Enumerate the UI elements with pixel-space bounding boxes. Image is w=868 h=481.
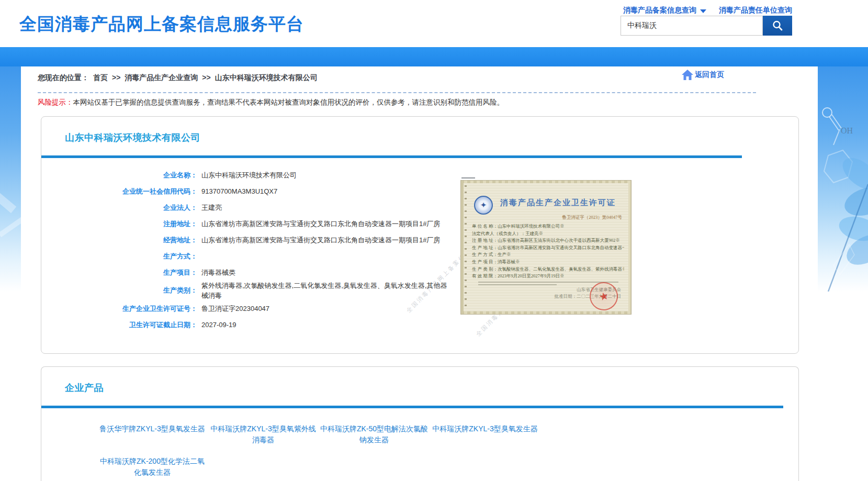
field-label: 注册地址： <box>41 219 197 229</box>
certificate-image: ✦ 消毒产品生产企业卫生许可证 鲁卫消证字（2023）第04047号 单 位 名… <box>461 181 631 314</box>
field-label: 企业名称： <box>41 171 197 180</box>
svg-text:OH: OH <box>841 126 853 135</box>
field-value: 消毒器械类 <box>201 267 235 277</box>
page: 全国消毒产品网上备案信息服务平台 消毒产品备案信息查询 消毒产品责任单位查询 <box>0 0 868 481</box>
breadcrumb-separator: >> <box>202 73 210 83</box>
field-label: 卫生许可证截止日期： <box>41 320 197 330</box>
left-decoration <box>0 66 21 286</box>
field-row-license-expiry: 卫生许可证截止日期： 2027-09-19 <box>41 317 465 333</box>
field-value: 91370700MA3M3U1QX7 <box>201 186 277 196</box>
product-link[interactable]: 中科瑞沃牌ZK-50型电解法次氯酸钠发生器 <box>319 423 430 445</box>
field-value: 鲁卫消证字202304047 <box>201 304 269 314</box>
risk-notice-label: 风险提示： <box>38 98 73 106</box>
field-value: 山东省潍坊市高新区潍安路与宝通街交叉路口东北角自动变速器一期项目1#厂房 <box>201 219 440 229</box>
field-row-production-category: 生产类别： 紫外线消毒器,次氯酸钠发生器,二氧化氯发生器,臭氧发生器、臭氧水发生… <box>41 281 465 300</box>
main-content: 您现在的位置： 首页 >> 消毒产品生产企业查询 >> 山东中科瑞沃环境技术有限… <box>21 66 818 481</box>
product-link[interactable]: 中科瑞沃牌ZKYL-3型臭氧发生器 <box>430 423 540 445</box>
certificate-binding-holes <box>465 185 467 309</box>
company-card-title: 山东中科瑞沃环境技术有限公司 <box>65 131 200 144</box>
certificate-line: 生 产 方 式：生产※ <box>472 251 624 259</box>
field-label: 企业法人： <box>41 203 197 212</box>
field-row-company-name: 企业名称： 山东中科瑞沃环境技术有限公司 <box>41 167 465 183</box>
search-input[interactable] <box>621 16 763 36</box>
breadcrumb: 您现在的位置： 首页 >> 消毒产品生产企业查询 >> 山东中科瑞沃环境技术有限… <box>38 73 318 83</box>
field-row-production-project: 生产项目： 消毒器械类 <box>41 264 465 281</box>
field-value: 2027-09-19 <box>201 320 236 330</box>
certificate-number: 鲁卫消证字（2023）第04047号 <box>562 215 622 221</box>
risk-notice: 风险提示：本网站仅基于已掌握的信息提供查询服务，查询结果不代表本网站对被查询对象… <box>38 98 504 107</box>
dash-mark <box>461 177 475 178</box>
card-divider <box>41 155 742 158</box>
certificate-body: ✦ 消毒产品生产企业卫生许可证 鲁卫消证字（2023）第04047号 单 位 名… <box>464 183 628 311</box>
breadcrumb-home-link[interactable]: 首页 <box>93 73 108 83</box>
search-icon <box>771 19 784 32</box>
certificate-line: 生 产 项 目：消毒器械※ <box>472 259 624 266</box>
field-row-legal-person: 企业法人： 王建亮 <box>41 199 465 216</box>
certificate-line: 注 册 地 址：山东省潍坊高新区玉清东街以北中心次干道以西高新大厦902※ <box>472 237 624 244</box>
search-bar <box>621 16 792 36</box>
breadcrumb-section-link[interactable]: 消毒产品生产企业查询 <box>125 73 198 83</box>
field-label: 生产企业卫生许可证号： <box>41 304 197 314</box>
top-banner <box>0 47 868 66</box>
field-label: 生产项目： <box>41 268 197 277</box>
field-label: 企业统一社会信用代码： <box>41 187 197 196</box>
back-home-link[interactable]: 返回首页 <box>681 69 724 81</box>
products-card-title: 企业产品 <box>65 382 104 394</box>
field-row-credit-code: 企业统一社会信用代码： 91370700MA3M3U1QX7 <box>41 183 465 199</box>
chevron-down-icon <box>700 9 706 13</box>
home-icon <box>681 69 694 81</box>
certificate-line: 生 产 类 别：次氯酸钠发生器、二氧化氯发生器、臭氧发生器、紫外线消毒器※ <box>472 266 624 273</box>
certificate-lines: 单 位 名 称：山东中科瑞沃环境技术有限公司※ 法定代表人（或负责人）：王建亮※… <box>472 223 624 285</box>
certificate-line: 生 产 地 址：山东省潍坊市高新区潍安路与宝通街交叉路口东北角自动变速器一期项目… <box>472 244 624 252</box>
field-value: 山东省潍坊市高新区潍安路与宝通街交叉路口东北角自动变速器一期项目1#厂房 <box>201 235 440 245</box>
field-label: 生产方式： <box>41 252 197 261</box>
certificate-line: 法定代表人（或负责人）：王建亮※ <box>472 230 624 238</box>
breadcrumb-label: 您现在的位置： <box>38 73 89 83</box>
nav-link-responsible-unit-query[interactable]: 消毒产品责任单位查询 <box>719 6 792 15</box>
molecule-decoration: OH <box>818 66 868 292</box>
dashed-divider <box>38 92 756 93</box>
product-link[interactable]: 鲁沃华宇牌ZKYL-3型臭氧发生器 <box>97 423 208 445</box>
certificate-line: 单 位 名 称：山东中科瑞沃环境技术有限公司※ <box>472 223 624 230</box>
certificate-scan: 全国消毒产品网上备案信息服务平台 全国消毒产品网上备案信息服务平台 全国消毒产品… <box>431 177 635 317</box>
nav-link-record-info-query[interactable]: 消毒产品备案信息查询 <box>623 6 696 15</box>
field-row-business-address: 经营地址： 山东省潍坊市高新区潍安路与宝通街交叉路口东北角自动变速器一期项目1#… <box>41 232 465 248</box>
product-link[interactable]: 中科瑞沃牌ZKYL-3型臭氧紫外线消毒器 <box>208 423 319 445</box>
breadcrumb-current: 山东中科瑞沃环境技术有限公司 <box>215 73 318 83</box>
field-value: 紫外线消毒器,次氯酸钠发生器,二氧化氯发生器,臭氧发生器、臭氧水发生器,其他器械… <box>201 281 452 300</box>
field-value: 王建亮 <box>201 203 222 212</box>
field-row-registered-address: 注册地址： 山东省潍坊市高新区潍安路与宝通街交叉路口东北角自动变速器一期项目1#… <box>41 216 465 232</box>
field-row-production-mode: 生产方式： <box>41 248 465 264</box>
field-label: 经营地址： <box>41 236 197 245</box>
emblem-icon: ✦ <box>474 196 493 215</box>
risk-notice-text: 本网站仅基于已掌握的信息提供查询服务，查询结果不代表本网站对被查询对象信用状况的… <box>73 98 504 106</box>
company-fields: 企业名称： 山东中科瑞沃环境技术有限公司 企业统一社会信用代码： 9137070… <box>41 167 465 333</box>
field-label: 生产类别： <box>41 286 197 295</box>
card-divider <box>41 406 783 408</box>
page-title: 全国消毒产品网上备案信息服务平台 <box>19 13 304 36</box>
field-row-license-number: 生产企业卫生许可证号： 鲁卫消证字202304047 <box>41 300 465 317</box>
breadcrumb-separator: >> <box>112 73 120 83</box>
products-list: 鲁沃华宇牌ZKYL-3型臭氧发生器 中科瑞沃牌ZKYL-3型臭氧紫外线消毒器 中… <box>41 423 643 481</box>
certificate-title: 消毒产品生产企业卫生许可证 <box>500 198 616 208</box>
search-button[interactable] <box>763 16 792 36</box>
company-info-card: 山东中科瑞沃环境技术有限公司 企业名称： 山东中科瑞沃环境技术有限公司 企业统一… <box>41 116 799 354</box>
back-home-label: 返回首页 <box>695 70 724 80</box>
field-value: 山东中科瑞沃环境技术有限公司 <box>201 170 297 180</box>
certificate-line: 有 效 期 限：2023年9月20日至2027年9月19日※ <box>472 273 624 280</box>
products-card: 企业产品 鲁沃华宇牌ZKYL-3型臭氧发生器 中科瑞沃牌ZKYL-3型臭氧紫外线… <box>41 366 799 481</box>
top-nav: 消毒产品备案信息查询 消毒产品责任单位查询 <box>623 6 792 15</box>
product-link[interactable]: 中科瑞沃牌ZK-200型化学法二氧化氯发生器 <box>97 456 208 478</box>
